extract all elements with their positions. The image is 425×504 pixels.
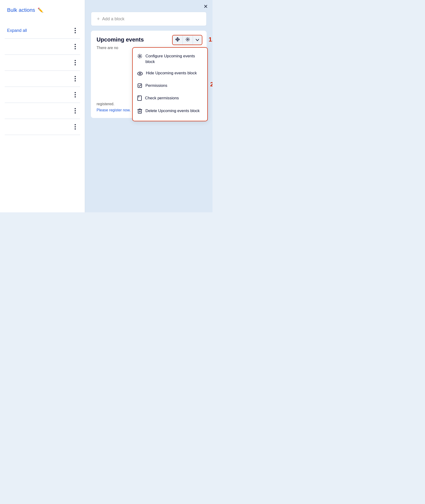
row-menu-button-3[interactable] [73,75,78,82]
dropdown-item-delete[interactable]: Delete Upcoming events block [133,105,207,118]
svg-rect-5 [138,96,141,100]
delete-label: Delete Upcoming events block [146,108,200,114]
row-menu-button-2[interactable] [73,59,78,66]
svg-rect-6 [138,110,141,113]
svg-point-1 [139,55,140,57]
row-menu-button-4[interactable] [73,91,78,98]
step-1-label: 1. [208,36,212,43]
expand-all-row: Expand all [5,23,80,39]
expand-all-menu-button[interactable] [73,27,78,34]
list-item [5,87,80,103]
permissions-label: Permissions [146,83,167,88]
block-controls [172,35,202,45]
dropdown-item-permissions[interactable]: Permissions [133,80,207,92]
configure-icon [137,53,142,60]
configure-label: Configure Upcoming events block [146,53,203,65]
row-menu-button-6[interactable] [73,123,78,131]
add-block-label: Add a block [102,17,124,21]
check-permissions-label: Check permissions [145,95,179,101]
add-block-button[interactable]: + Add a block [91,12,207,26]
svg-point-3 [139,73,141,74]
row-menu-button-5[interactable] [73,107,78,114]
gear-button[interactable] [183,35,193,45]
svg-point-2 [138,72,142,75]
delete-icon [137,108,142,115]
block-card-wrapper: Upcoming events There are no [91,31,207,118]
permissions-icon [137,83,142,90]
bulk-actions-label: Bulk actions [7,7,35,13]
close-button[interactable]: ✕ [204,4,208,10]
expand-all-label[interactable]: Expand all [7,28,27,33]
check-permissions-icon [137,96,142,102]
list-item [5,119,80,135]
hide-label: Hide Upcoming events block [146,70,197,76]
list-item [5,55,80,71]
list-item [5,39,80,55]
upcoming-events-block: Upcoming events There are no [91,31,207,118]
step-2-label: 2. [210,80,212,88]
row-menu-button-1[interactable] [73,43,78,50]
svg-point-0 [187,39,188,40]
chevron-button[interactable] [193,36,202,44]
right-panel: ✕ + Add a block Upcoming events There ar… [85,0,212,212]
plus-icon: + [97,16,100,22]
bulk-actions-header: Bulk actions ✏️ [5,7,80,13]
list-item [5,103,80,119]
move-button[interactable] [173,35,183,45]
dropdown-item-check-permissions[interactable]: Check permissions [133,92,207,105]
edit-icon[interactable]: ✏️ [38,7,43,13]
left-panel: Bulk actions ✏️ Expand all [0,0,85,212]
svg-rect-4 [138,84,142,88]
list-item [5,71,80,87]
dropdown-menu: Configure Upcoming events block Hide Upc… [132,47,208,121]
dropdown-item-configure[interactable]: Configure Upcoming events block [133,51,207,67]
dropdown-item-hide[interactable]: Hide Upcoming events block [133,67,207,80]
hide-icon [137,71,143,77]
